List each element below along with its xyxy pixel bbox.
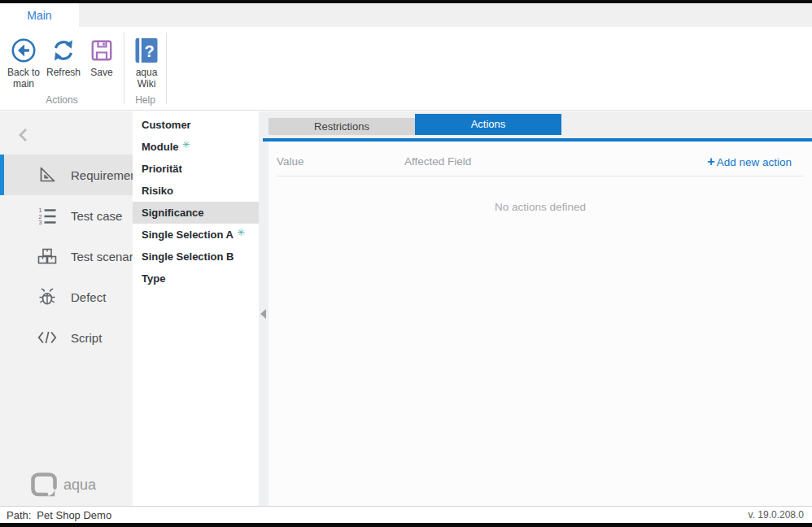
field-list: Customer Module ✳ Priorität Risiko Signi… (133, 111, 259, 506)
field-label: Priorität (142, 163, 182, 175)
sidebar-item-script[interactable]: Script (0, 317, 133, 358)
aqua-logo-text: aqua (63, 477, 96, 494)
field-label: Single Selection B (142, 250, 234, 263)
field-item-single-selection-b[interactable]: Single Selection B (133, 246, 259, 268)
add-new-action-label: Add new action (717, 156, 792, 168)
active-tab-underline (263, 138, 812, 142)
refresh-label: Refresh (46, 67, 81, 78)
save-button[interactable]: Save (83, 34, 120, 91)
ribbon-buttons-help: ? aqua Wiki (124, 27, 166, 91)
panel-splitter (259, 111, 268, 506)
refresh-icon (50, 36, 77, 65)
back-to-main-label: Back to main (4, 67, 43, 89)
wiki-book-icon: ? (135, 36, 158, 65)
svg-text:?: ? (144, 42, 154, 60)
field-label: Customer (142, 119, 191, 131)
code-icon (37, 327, 58, 348)
sidebar-item-defect[interactable]: Defect (0, 277, 133, 317)
sidebar-item-test-scenario[interactable]: Test scenario (0, 236, 133, 277)
table-header-divider (277, 176, 804, 176)
field-label: Module (142, 141, 179, 153)
ribbon-group-actions-label: Actions (0, 94, 124, 106)
aqua-wiki-button[interactable]: ? aqua Wiki (128, 34, 165, 91)
sidebar-collapse-button[interactable] (16, 127, 33, 143)
tab-actions[interactable]: Actions (415, 114, 561, 135)
field-label: Type (142, 272, 165, 285)
required-mark: ✳ (237, 227, 245, 238)
field-item-significance[interactable]: Significance (133, 202, 259, 224)
field-item-prioritaet[interactable]: Priorität (133, 158, 259, 180)
path-label: Path: (7, 509, 31, 521)
ribbon-group-help: ? aqua Wiki Help (124, 27, 166, 110)
sidebar-item-label: Script (71, 331, 102, 345)
version-label: v. 19.0.208.0 (749, 509, 805, 520)
ribbon: Back to main Refresh (0, 27, 812, 111)
field-item-customer[interactable]: Customer (133, 114, 259, 136)
svg-text:1: 1 (39, 207, 42, 213)
column-header-affected-field: Affected Field (404, 155, 471, 168)
sidebar-item-test-case[interactable]: 1 2 3 Test case (0, 195, 133, 236)
aqua-wiki-label: aqua Wiki (129, 67, 164, 89)
field-label: Significance (142, 207, 204, 219)
plus-icon: + (707, 155, 714, 168)
sidebar-item-label: Defect (71, 290, 106, 304)
refresh-button[interactable]: Refresh (44, 34, 83, 91)
sidebar: Requirement 1 2 3 Test case (0, 111, 133, 506)
ribbon-buttons-actions: Back to main Refresh (0, 27, 124, 91)
back-arrow-icon (10, 36, 37, 65)
tab-restrictions[interactable]: Restrictions (268, 118, 415, 135)
ribbon-tab-main[interactable]: Main (0, 3, 79, 27)
save-label: Save (90, 67, 112, 78)
ribbon-group-actions: Back to main Refresh (0, 27, 124, 110)
actions-table-header: Value Affected Field +Add new action (268, 154, 812, 173)
main-panel: Restrictions Actions Value Affected Fiel… (268, 111, 812, 506)
field-item-module[interactable]: Module ✳ (133, 136, 259, 158)
detail-tabs: Restrictions Actions (268, 111, 812, 138)
aqua-logo-icon (31, 473, 57, 497)
field-item-type[interactable]: Type (133, 268, 259, 290)
ribbon-group-separator (166, 33, 167, 104)
scenario-blocks-icon (37, 246, 58, 267)
aqua-brand: aqua (31, 473, 96, 497)
field-item-risiko[interactable]: Risiko (133, 180, 259, 202)
sidebar-item-label: Requirement (71, 168, 141, 182)
field-label: Risiko (142, 185, 173, 197)
status-bar: Path:Pet Shop Demo v. 19.0.208.0 (0, 506, 812, 523)
ribbon-group-help-label: Help (124, 94, 166, 106)
sidebar-nav: Requirement 1 2 3 Test case (0, 155, 133, 358)
field-item-single-selection-a[interactable]: Single Selection A ✳ (133, 224, 259, 246)
back-to-main-button[interactable]: Back to main (3, 34, 44, 91)
svg-text:3: 3 (39, 220, 42, 225)
svg-text:2: 2 (39, 214, 42, 220)
window-bottom-bar (0, 523, 812, 527)
requirement-setsquare-icon (37, 164, 58, 185)
ribbon-tab-main-label: Main (27, 9, 51, 22)
save-floppy-icon (89, 36, 115, 65)
field-label: Single Selection A (142, 229, 234, 241)
sidebar-item-requirement[interactable]: Requirement (0, 155, 133, 195)
column-header-value: Value (277, 155, 304, 168)
numbered-list-icon: 1 2 3 (37, 205, 58, 226)
path-status: Path:Pet Shop Demo (7, 509, 111, 521)
path-value: Pet Shop Demo (37, 509, 111, 521)
add-new-action-button[interactable]: +Add new action (707, 155, 792, 169)
splitter-collapse-left-icon[interactable] (260, 309, 266, 319)
app-window: Main Back to main (0, 0, 812, 527)
empty-state-message: No actions defined (268, 201, 812, 213)
sidebar-item-label: Test case (71, 209, 122, 223)
ribbon-tabstrip: Main (0, 3, 812, 27)
required-mark: ✳ (182, 139, 190, 150)
bug-icon (37, 286, 58, 307)
